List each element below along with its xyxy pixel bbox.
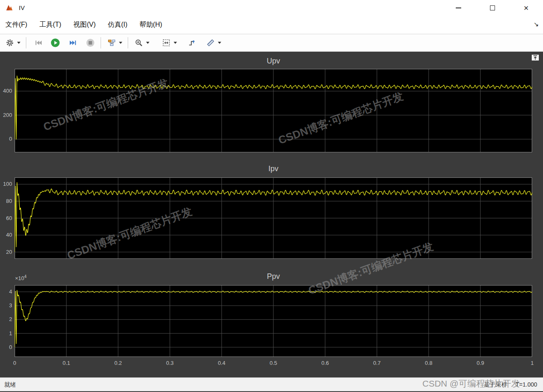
tick-label: 0.1 xyxy=(57,360,76,366)
menu-item-file[interactable]: 文件(F) xyxy=(5,20,27,29)
zoom-in-icon xyxy=(135,39,143,47)
minimize-button[interactable] xyxy=(442,0,475,15)
tick-label: 1 xyxy=(0,330,12,336)
step-forward-button[interactable] xyxy=(66,37,79,49)
toolbar-separator xyxy=(26,37,26,48)
fit-to-view-button[interactable] xyxy=(160,37,172,49)
signal-selector-icon xyxy=(108,39,116,47)
status-sim-time: T=1.000 xyxy=(515,381,537,388)
chevron-down-icon xyxy=(174,42,177,44)
plot-title-ipv: Ipv xyxy=(15,164,532,173)
tick-label: 200 xyxy=(0,112,12,118)
axes-ppv xyxy=(15,285,532,357)
y-axis-exponent-label: ×104 xyxy=(15,274,27,281)
status-sample-mode: 基于采样 xyxy=(484,381,507,388)
settings-dropdown[interactable] xyxy=(16,37,22,49)
tick-label: 3 xyxy=(0,302,12,309)
axes-upv xyxy=(15,69,532,152)
trigger-button[interactable] xyxy=(186,37,198,49)
run-icon xyxy=(51,38,60,48)
menu-item-simulation[interactable]: 仿真(I) xyxy=(108,20,127,29)
tick-label: 20 xyxy=(0,249,12,255)
stop-button[interactable] xyxy=(84,37,96,49)
tick-label: 0 xyxy=(0,344,12,350)
maximize-icon xyxy=(490,5,495,10)
chevron-down-icon xyxy=(119,42,122,44)
chevron-down-icon xyxy=(146,42,149,44)
axes-ipv xyxy=(15,177,532,259)
plot-title-ppv: Ppv xyxy=(15,272,532,281)
tick-label: 2 xyxy=(0,316,12,322)
chevron-down-icon xyxy=(218,42,221,44)
tick-label: 0.5 xyxy=(264,360,283,366)
minimize-icon xyxy=(456,8,461,8)
settings-button[interactable] xyxy=(3,37,16,49)
tick-label: 4 xyxy=(0,288,12,295)
window-title: IV xyxy=(19,4,25,11)
tick-label: 40 xyxy=(0,232,12,238)
fit-to-view-dropdown[interactable] xyxy=(172,37,178,49)
tick-label: 400 xyxy=(0,88,12,94)
step-forward-icon xyxy=(69,39,77,47)
step-back-button[interactable] xyxy=(32,37,45,49)
zoom-dropdown[interactable] xyxy=(145,37,151,49)
measurements-dropdown[interactable] xyxy=(217,37,222,49)
menu-item-view[interactable]: 视图(V) xyxy=(73,20,96,29)
dock-arrow-up-icon xyxy=(533,55,538,60)
corner-arrow-icon[interactable]: ↘ xyxy=(533,20,539,28)
signal-selector-dropdown[interactable] xyxy=(118,37,124,49)
tick-label: 0 xyxy=(0,136,12,142)
window-titlebar: IV × xyxy=(0,0,543,15)
status-right: 基于采样 T=1.000 xyxy=(477,381,537,389)
measurements-button[interactable] xyxy=(204,37,217,49)
menu-item-help[interactable]: 帮助(H) xyxy=(139,20,162,29)
menubar: 文件(F) 工具(T) 视图(V) 仿真(I) 帮助(H) ↘ xyxy=(0,15,543,34)
scope-canvas: Upv Ipv Ppv ×104 02004002040608010001234… xyxy=(0,52,543,377)
dock-button[interactable] xyxy=(531,54,539,61)
matlab-logo-icon xyxy=(5,4,13,12)
tick-label: 0.4 xyxy=(212,360,231,366)
tick-label: 60 xyxy=(0,215,12,221)
toolbar xyxy=(0,34,543,52)
close-button[interactable]: × xyxy=(509,0,543,15)
zoom-button[interactable] xyxy=(132,37,145,49)
tick-label: 80 xyxy=(0,198,12,204)
tick-label: 0.2 xyxy=(109,360,127,366)
tick-label: 1 xyxy=(523,360,541,366)
chevron-down-icon xyxy=(17,42,20,44)
tick-label: 0.3 xyxy=(161,360,179,366)
stop-icon xyxy=(86,38,95,47)
trigger-icon xyxy=(188,39,196,47)
close-icon: × xyxy=(524,4,529,12)
fit-to-view-icon xyxy=(162,39,170,47)
tick-label: 0.9 xyxy=(471,360,490,366)
statusbar: 就绪 基于采样 T=1.000 xyxy=(0,377,543,391)
tick-label: 0.6 xyxy=(316,360,334,366)
maximize-button[interactable] xyxy=(475,0,509,15)
plot-title-upv: Upv xyxy=(15,57,532,66)
tick-label: 0.7 xyxy=(368,360,386,366)
signal-selector-button[interactable] xyxy=(105,37,118,49)
menu-item-tools[interactable]: 工具(T) xyxy=(39,20,61,29)
status-ready-text: 就绪 xyxy=(4,381,16,389)
toolbar-separator xyxy=(128,37,128,48)
tick-label: 0.8 xyxy=(419,360,438,366)
measurements-icon xyxy=(207,39,215,47)
tick-label: 100 xyxy=(0,181,12,187)
run-button[interactable] xyxy=(49,37,61,49)
step-back-icon xyxy=(35,39,43,47)
toolbar-separator xyxy=(101,37,101,48)
tick-label: 0 xyxy=(5,360,24,366)
window-controls: × xyxy=(442,0,543,15)
gear-icon xyxy=(6,39,14,47)
